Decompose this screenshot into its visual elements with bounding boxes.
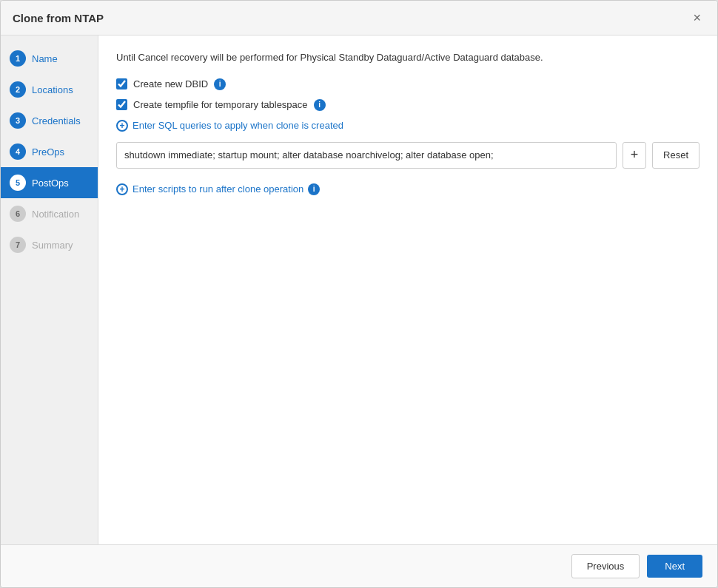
sidebar-item-label-5: PostOps	[32, 178, 69, 189]
main-content: Until Cancel recovery will be performed …	[98, 36, 717, 544]
scripts-link-row[interactable]: + Enter scripts to run after clone opera…	[116, 183, 699, 195]
scripts-link-label: Enter scripts to run after clone operati…	[132, 183, 303, 195]
expand-sql-icon: +	[116, 120, 128, 132]
checkbox-tempfile[interactable]	[116, 99, 127, 110]
info-icon-dbid[interactable]: i	[214, 78, 226, 90]
checkbox-dbid-label: Create new DBID	[133, 78, 208, 89]
info-text: Until Cancel recovery will be performed …	[116, 50, 699, 65]
sidebar-item-preops[interactable]: 4 PreOps	[1, 136, 98, 167]
sql-input-row: + Reset	[116, 142, 699, 169]
next-button[interactable]: Next	[647, 555, 702, 578]
add-sql-button[interactable]: +	[623, 142, 646, 169]
previous-button[interactable]: Previous	[571, 554, 640, 578]
sidebar-item-label-2: Locations	[32, 84, 73, 95]
dialog-title: Clone from NTAP	[13, 12, 104, 24]
sidebar-item-name[interactable]: 1 Name	[1, 43, 98, 74]
dialog-body: 1 Name 2 Locations 3 Credentials 4 PreOp…	[1, 36, 717, 544]
checkbox-dbid[interactable]	[116, 78, 127, 89]
sidebar-item-label-3: Credentials	[32, 115, 81, 126]
sql-input[interactable]	[116, 142, 617, 169]
sidebar: 1 Name 2 Locations 3 Credentials 4 PreOp…	[1, 36, 98, 544]
checkbox-row-dbid: Create new DBID i	[116, 78, 699, 90]
sidebar-item-credentials[interactable]: 3 Credentials	[1, 105, 98, 136]
reset-sql-button[interactable]: Reset	[652, 142, 699, 169]
clone-dialog: Clone from NTAP × 1 Name 2 Locations 3 C…	[0, 0, 718, 588]
step-badge-4: 4	[10, 143, 26, 160]
sidebar-item-label-1: Name	[32, 53, 58, 64]
checkbox-row-tempfile: Create tempfile for temporary tablespace…	[116, 99, 699, 111]
sidebar-item-locations[interactable]: 2 Locations	[1, 74, 98, 105]
dialog-header: Clone from NTAP ×	[1, 1, 717, 36]
checkbox-tempfile-label: Create tempfile for temporary tablespace	[133, 99, 308, 110]
sidebar-item-postops[interactable]: 5 PostOps	[1, 167, 98, 198]
step-badge-7: 7	[10, 237, 26, 253]
close-button[interactable]: ×	[688, 10, 705, 26]
step-badge-6: 6	[10, 206, 26, 222]
sql-link-label: Enter SQL queries to apply when clone is…	[132, 120, 343, 131]
dialog-footer: Previous Next	[1, 544, 717, 587]
info-icon-scripts[interactable]: i	[308, 183, 320, 195]
sidebar-item-summary[interactable]: 7 Summary	[1, 229, 98, 260]
info-icon-tempfile[interactable]: i	[314, 99, 326, 111]
sidebar-item-label-6: Notification	[32, 209, 79, 220]
expand-scripts-icon: +	[116, 183, 128, 195]
step-badge-1: 1	[10, 50, 26, 67]
step-badge-3: 3	[10, 112, 26, 129]
sidebar-item-label-4: PreOps	[32, 146, 64, 158]
sql-link-row[interactable]: + Enter SQL queries to apply when clone …	[116, 120, 699, 132]
step-badge-2: 2	[10, 81, 26, 98]
step-badge-5: 5	[10, 175, 26, 191]
sidebar-item-label-7: Summary	[32, 240, 73, 251]
sidebar-item-notification[interactable]: 6 Notification	[1, 198, 98, 229]
